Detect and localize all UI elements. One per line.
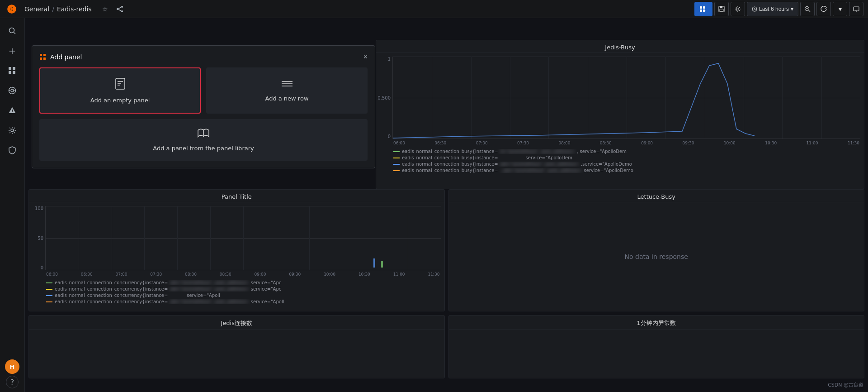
dashboard-row-2: Panel Title 100 50 0	[28, 189, 864, 311]
add-panel-library-option[interactable]: Add a panel from the panel library	[39, 119, 368, 161]
sidebar-bottom: H ?	[5, 359, 19, 388]
sidebar-item-alerting[interactable]	[3, 101, 21, 120]
dashboard-row-3: Jedis连接数 1分钟内异常数	[28, 315, 864, 378]
pt-y-50: 50	[38, 236, 43, 241]
empty-panel-icon	[114, 77, 127, 92]
svg-rect-26	[9, 71, 11, 74]
new-row-label: Add a new row	[265, 95, 308, 102]
sidebar-item-explore[interactable]	[3, 81, 21, 100]
jedis-y-0: 0	[388, 134, 391, 139]
sidebar: + H ?	[0, 18, 25, 392]
svg-line-23	[14, 33, 16, 34]
tv-mode-button[interactable]	[849, 2, 863, 16]
x-label-0630: 06:30	[434, 141, 446, 145]
svg-line-4	[118, 7, 121, 9]
panel-jedis-busy: Jedis-Busy 1 0.500 0	[376, 40, 864, 189]
library-icon	[197, 128, 210, 140]
add-panel-options: Add an empty panel Add a new row	[39, 67, 368, 114]
panel-title-body: 100 50 0	[29, 202, 444, 311]
svg-point-14	[736, 8, 739, 10]
save-button[interactable]	[714, 2, 729, 16]
panel-title-legend: eadis_normal_connection_concurrency{inst…	[33, 278, 441, 304]
svg-rect-27	[13, 71, 15, 74]
lettuce-busy-title: Lettuce-Busy	[449, 190, 864, 202]
add-panel-modal: Add panel × Add an empty panel	[32, 45, 375, 168]
panel-title-title: Panel Title	[29, 190, 444, 202]
sidebar-item-add[interactable]: +	[3, 42, 21, 60]
lettuce-busy-body: No data in response	[449, 202, 864, 311]
legend-item-2: eadis_normal_connection_busy{instance= s…	[393, 155, 860, 160]
zoom-out-button[interactable]	[800, 2, 815, 16]
no-data-text: No data in response	[625, 253, 688, 260]
svg-point-29	[11, 89, 14, 92]
star-button[interactable]: ☆	[99, 3, 112, 15]
sidebar-item-dashboards[interactable]	[3, 62, 21, 80]
svg-rect-38	[43, 57, 46, 60]
library-label: Add a panel from the panel library	[153, 145, 254, 152]
topnav-right: + Last 6 hours ▾	[694, 2, 863, 16]
pt-x-1130: 11:30	[428, 272, 439, 277]
settings-button[interactable]	[731, 2, 745, 16]
sidebar-item-search[interactable]	[3, 22, 21, 40]
svg-rect-37	[40, 57, 42, 60]
exceptions-title: 1分钟内异常数	[449, 316, 864, 330]
watermark: CSDN @古良道	[828, 382, 863, 388]
topnav: General / Eadis-redis ☆ +	[0, 0, 868, 18]
dashboard: Add panel × Add an empty panel	[25, 36, 868, 392]
pt-x-0830: 08:30	[220, 272, 231, 277]
add-empty-panel-option[interactable]: Add an empty panel	[39, 67, 201, 114]
share-button[interactable]	[113, 3, 126, 15]
x-label-0830: 08:30	[600, 141, 612, 145]
add-panel-header: Add panel ×	[39, 53, 368, 61]
svg-rect-35	[40, 54, 42, 56]
jedis-connections-title: Jedis连接数	[29, 316, 444, 330]
svg-text:+: +	[704, 9, 706, 12]
chevron-down-icon: ▾	[791, 6, 793, 12]
pt-x-0800: 08:00	[185, 272, 197, 277]
x-label-1000: 10:00	[724, 141, 736, 145]
pt-y-0: 0	[41, 265, 43, 270]
pt-x-0730: 07:30	[150, 272, 162, 277]
pt-y-100: 100	[35, 206, 43, 211]
pt-x-0930: 09:30	[289, 272, 301, 277]
breadcrumb-current: Eadis-redis	[57, 5, 92, 13]
add-panel-title: Add panel	[50, 53, 82, 61]
sidebar-item-shield[interactable]	[3, 141, 21, 159]
svg-rect-6	[700, 6, 702, 9]
add-new-row-option[interactable]: Add a new row	[206, 67, 368, 114]
sidebar-item-configuration[interactable]	[3, 121, 21, 139]
time-range-label: Last 6 hours	[759, 6, 789, 12]
breadcrumb-parent[interactable]: General	[24, 5, 49, 13]
sidebar-item-help[interactable]: ?	[6, 376, 19, 388]
svg-rect-25	[13, 67, 15, 70]
svg-line-18	[809, 10, 811, 12]
x-label-0800: 08:00	[558, 141, 570, 145]
user-avatar[interactable]: H	[5, 359, 19, 374]
topnav-icons: ☆	[99, 3, 126, 15]
jedis-busy-legend: eadis_normal_connection_busy{instance= b…	[380, 147, 860, 173]
exceptions-body	[449, 330, 864, 378]
x-label-1100: 11:00	[807, 141, 818, 145]
app-logo[interactable]	[5, 2, 19, 16]
main-content: Add panel × Add an empty panel	[25, 36, 868, 392]
jedis-busy-body: 1 0.500 0	[376, 53, 864, 189]
add-panel-button[interactable]: +	[694, 2, 712, 16]
pt-x-0700: 07:00	[116, 272, 127, 277]
x-label-1130: 11:30	[848, 141, 859, 145]
pt-x-1030: 10:30	[359, 272, 370, 277]
svg-point-22	[9, 28, 14, 33]
jedis-y-05: 0.500	[377, 96, 391, 100]
svg-rect-39	[116, 78, 125, 89]
panel-panel-title: Panel Title 100 50 0	[28, 189, 445, 311]
add-panel-close-button[interactable]: ×	[363, 53, 368, 61]
new-row-icon	[281, 79, 293, 91]
jedis-busy-title: Jedis-Busy	[376, 40, 864, 53]
empty-panel-label: Add an empty panel	[90, 97, 150, 104]
refresh-options-button[interactable]: ▾	[833, 2, 847, 16]
pt-x-0630: 06:30	[81, 272, 93, 277]
pt-x-0900: 09:00	[255, 272, 266, 277]
refresh-button[interactable]	[816, 2, 831, 16]
pt-x-1100: 11:00	[393, 272, 405, 277]
time-range-button[interactable]: Last 6 hours ▾	[747, 2, 798, 16]
x-label-0730: 07:30	[517, 141, 529, 145]
